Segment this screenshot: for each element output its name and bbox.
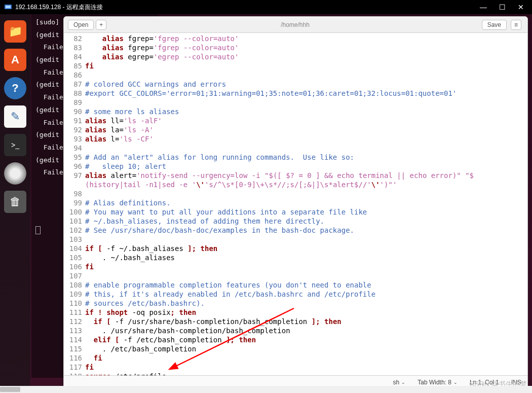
rdp-title: 192.168.159.128 - 远程桌面连接	[15, 3, 480, 12]
code-content	[85, 271, 527, 280]
line-number: 100	[64, 207, 85, 217]
code-content: . /etc/bash_completion	[85, 344, 527, 353]
code-content	[85, 70, 527, 80]
code-line: 99# Alias definitions.	[64, 198, 527, 207]
code-content: fi	[85, 363, 527, 372]
code-line: 115 . /etc/bash_completion	[64, 344, 527, 353]
dock-help-icon[interactable]: ?	[4, 77, 26, 99]
line-number: 95	[64, 153, 85, 162]
line-number: 85	[64, 61, 85, 70]
code-line: 84 alias egrep='egrep --color=auto'	[64, 52, 527, 61]
hamburger-menu-button[interactable]: ≡	[511, 20, 521, 30]
code-line: 100# You may want to put all your additi…	[64, 207, 527, 217]
line-number: 112	[64, 317, 85, 326]
dock-trash-icon[interactable]: 🗑	[4, 191, 26, 213]
save-button[interactable]: Save	[482, 20, 507, 30]
scrollbar-thumb[interactable]	[0, 387, 20, 392]
code-line: 91alias ll='ls -alF'	[64, 116, 527, 125]
code-content	[85, 189, 527, 198]
code-content: alias alert='notify-send --urgency=low -…	[85, 171, 527, 180]
maximize-button[interactable]: ☐	[499, 3, 506, 11]
code-content: elif [ -f /etc/bash_completion ]; then	[85, 335, 527, 344]
new-tab-button[interactable]: +	[96, 20, 106, 30]
code-content: # Alias definitions.	[85, 198, 527, 207]
line-number: 116	[64, 353, 85, 363]
code-content: (history|tail -n1|sed -e '\''s/^\s*[0-9]…	[85, 180, 527, 189]
line-number: 117	[64, 363, 85, 372]
code-line: 98	[64, 189, 527, 198]
line-number: 115	[64, 344, 85, 353]
line-number: 93	[64, 134, 85, 144]
line-number: 92	[64, 125, 85, 134]
code-line: 104if [ -f ~/.bash_aliases ]; then	[64, 244, 527, 253]
code-line: 82 alias fgrep='fgrep --color=auto'	[64, 34, 527, 43]
code-content: fi	[85, 353, 527, 363]
code-line: 118source /etc/profile	[64, 372, 527, 375]
code-content: # See /usr/share/doc/bash-doc/examples i…	[85, 226, 527, 235]
code-line: 112 if [ -f /usr/share/bash-completion/b…	[64, 317, 527, 326]
line-number: 89	[64, 98, 85, 107]
code-content: alias ll='ls -alF'	[85, 116, 527, 125]
code-line: 92alias la='ls -A'	[64, 125, 527, 134]
code-content: fi	[85, 262, 527, 271]
code-content	[85, 98, 527, 107]
code-line: 96# sleep 10; alert	[64, 162, 527, 171]
line-number: 118	[64, 372, 85, 375]
code-editor[interactable]: 82 alias fgrep='fgrep --color=auto'83 al…	[64, 33, 527, 375]
code-content: alias egrep='egrep --color=auto'	[85, 52, 527, 61]
code-content: if ! shopt -oq posix; then	[85, 308, 527, 317]
code-line: (history|tail -n1|sed -e '\''s/^\s*[0-9]…	[64, 180, 527, 189]
horizontal-scrollbar[interactable]	[0, 386, 532, 393]
minimize-button[interactable]: —	[480, 3, 487, 11]
code-content: alias la='ls -A'	[85, 125, 527, 134]
line-number: 101	[64, 217, 85, 226]
code-content: # sources /etc/bash.bashrc).	[85, 299, 527, 308]
code-content: . ~/.bash_aliases	[85, 253, 527, 262]
rdp-icon	[4, 3, 12, 11]
dock-gedit-icon[interactable]: ✎	[4, 105, 26, 128]
dock-disc-icon[interactable]	[4, 162, 26, 185]
code-line: 94	[64, 144, 527, 153]
code-line: 83 alias fgrep='fgrep --color=auto'	[64, 43, 527, 52]
line-number: 104	[64, 244, 85, 253]
code-line: 108# enable programmable completion feat…	[64, 280, 527, 290]
line-number: 108	[64, 280, 85, 290]
chevron-down-icon: ⌄	[453, 380, 458, 385]
code-line: 110# sources /etc/bash.bashrc).	[64, 299, 527, 308]
code-line: 102# See /usr/share/doc/bash-doc/example…	[64, 226, 527, 235]
code-content: #export GCC_COLORS='error=01;31:warning=…	[85, 89, 527, 98]
code-line: 111if ! shopt -oq posix; then	[64, 308, 527, 317]
line-number: 102	[64, 226, 85, 235]
tab-width-selector[interactable]: Tab Width: 8⌄	[417, 379, 458, 386]
line-number: 111	[64, 308, 85, 317]
code-line: 114 elif [ -f /etc/bash_completion ]; th…	[64, 335, 527, 344]
code-content	[85, 144, 527, 153]
code-content: alias fgrep='fgrep --color=auto'	[85, 34, 527, 43]
line-number: 110	[64, 299, 85, 308]
line-number: 105	[64, 253, 85, 262]
language-selector[interactable]: sh⌄	[393, 379, 406, 386]
line-number: 109	[64, 290, 85, 299]
code-content: # some more ls aliases	[85, 107, 527, 116]
line-number: 83	[64, 43, 85, 52]
code-content: # enable programmable completion feature…	[85, 280, 527, 290]
line-number: 106	[64, 262, 85, 271]
code-content: alias l='ls -CF'	[85, 134, 527, 144]
code-line: 116 fi	[64, 353, 527, 363]
code-content: . /usr/share/bash-completion/bash_comple…	[85, 326, 527, 335]
line-number: 87	[64, 80, 85, 89]
line-number: 94	[64, 144, 85, 153]
open-button[interactable]: Open	[68, 20, 94, 30]
code-line: 86	[64, 70, 527, 80]
dock-terminal-icon[interactable]: >_	[4, 134, 26, 156]
line-number: 98	[64, 189, 85, 198]
line-number: 97	[64, 171, 85, 180]
code-content: # this, if it's already enabled in /etc/…	[85, 290, 527, 299]
code-content: # colored GCC warnings and errors	[85, 80, 527, 89]
close-button[interactable]: ✕	[518, 3, 524, 11]
dock-software-icon[interactable]: A	[4, 49, 26, 71]
code-content: fi	[85, 61, 527, 70]
dock-files-icon[interactable]: 📁	[4, 20, 26, 43]
line-number: 88	[64, 89, 85, 98]
code-line: 106fi	[64, 262, 527, 271]
